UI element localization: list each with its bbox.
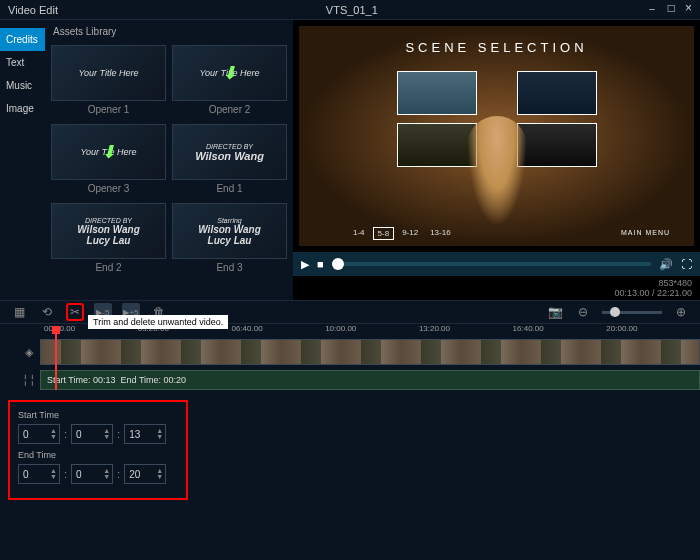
asset-label: End 2 [51,259,166,276]
trim-range-bar[interactable]: Start Time: 00:13 End Time: 00:20 [40,370,700,390]
trim-icon[interactable]: ✂ [66,303,84,321]
asset-thumbnail[interactable]: Your Title Here [51,45,166,101]
asset-thumbnail[interactable]: DIRECTED BYWilson Wang Lucy Lau [51,203,166,259]
end-min-input[interactable]: 0▲▼ [71,464,113,484]
scene-selection-title: SCENE SELECTION [405,40,587,55]
asset-label: Opener 1 [51,101,166,118]
maximize-button[interactable]: □ [668,1,675,18]
play-button[interactable]: ▶ [301,258,309,271]
end-hour-input[interactable]: 0▲▼ [18,464,60,484]
end-sec-input[interactable]: 20▲▼ [124,464,166,484]
trim-end-label: End Time: 00:20 [121,375,187,385]
download-icon[interactable]: ⬇ [222,62,237,84]
main-menu-label: MAIN MENU [621,229,670,236]
sidebar-tab-music[interactable]: Music [0,74,45,97]
preview-viewport[interactable]: SCENE SELECTION 1-45-89-1213-16 MAIN MEN… [299,26,694,246]
start-hour-input[interactable]: 0▲▼ [18,424,60,444]
sidebar-tab-text[interactable]: Text [0,51,45,74]
app-title: Video Edit [8,4,58,16]
stop-button[interactable]: ■ [317,258,324,270]
minimize-button[interactable]: － [646,1,658,18]
crop-icon[interactable]: ▦ [10,303,28,321]
scene-thumb [397,123,477,167]
end-time-label: End Time [18,450,178,460]
seek-playhead[interactable] [332,258,344,270]
scene-thumb [517,123,597,167]
scene-thumb [517,71,597,115]
asset-label: Opener 3 [51,180,166,197]
zoom-in-icon[interactable]: ⊕ [672,303,690,321]
snapshot-icon[interactable]: 📷 [546,303,564,321]
close-button[interactable]: × [685,1,692,18]
trim-track-icon[interactable]: ╎╎ [18,374,40,387]
zoom-knob[interactable] [610,307,620,317]
start-time-label: Start Time [18,410,178,420]
asset-label: End 3 [172,259,287,276]
timeline-playhead[interactable] [52,326,60,334]
time-edit-panel: Start Time 0▲▼ : 0▲▼ : 13▲▼ End Time 0▲▼… [8,400,188,500]
resolution-label: 853*480 [658,278,692,288]
asset-thumbnail[interactable]: Your T e Here⬇ [51,124,166,180]
start-sec-input[interactable]: 13▲▼ [124,424,166,444]
chapter-nav: 1-45-89-1213-16 [349,227,455,240]
asset-thumbnail[interactable]: Your Title Here⬇ [172,45,287,101]
rotate-icon[interactable]: ⟲ [38,303,56,321]
sidebar-tab-image[interactable]: Image [0,97,45,120]
seek-track[interactable] [332,262,651,266]
sidebar-tab-credits[interactable]: Credits [0,28,45,51]
video-track[interactable] [40,339,700,365]
zoom-slider[interactable] [602,311,662,314]
asset-thumbnail[interactable]: StarringWilson Wang Lucy Lau [172,203,287,259]
zoom-out-icon[interactable]: ⊖ [574,303,592,321]
timecode-label: 00:13.00 / 22:21.00 [614,288,692,298]
start-min-input[interactable]: 0▲▼ [71,424,113,444]
asset-label: End 1 [172,180,287,197]
volume-icon[interactable]: 🔊 [659,258,673,271]
asset-thumbnail[interactable]: DIRECTED BYWilson Wang [172,124,287,180]
trim-start-label: Start Time: 00:13 [47,375,116,385]
scene-thumb [397,71,477,115]
figure-silhouette [467,116,527,226]
download-icon[interactable]: ⬇ [101,141,116,163]
sidebar: Credits Text Music Image [0,20,45,300]
library-header: Assets Library [49,20,289,43]
trim-tooltip: Trim and delete unwanted video. [88,315,228,329]
fullscreen-icon[interactable]: ⛶ [681,258,692,270]
track-visibility-icon[interactable]: ◈ [18,346,40,359]
asset-label: Opener 2 [172,101,287,118]
document-name: VTS_01_1 [58,4,646,16]
